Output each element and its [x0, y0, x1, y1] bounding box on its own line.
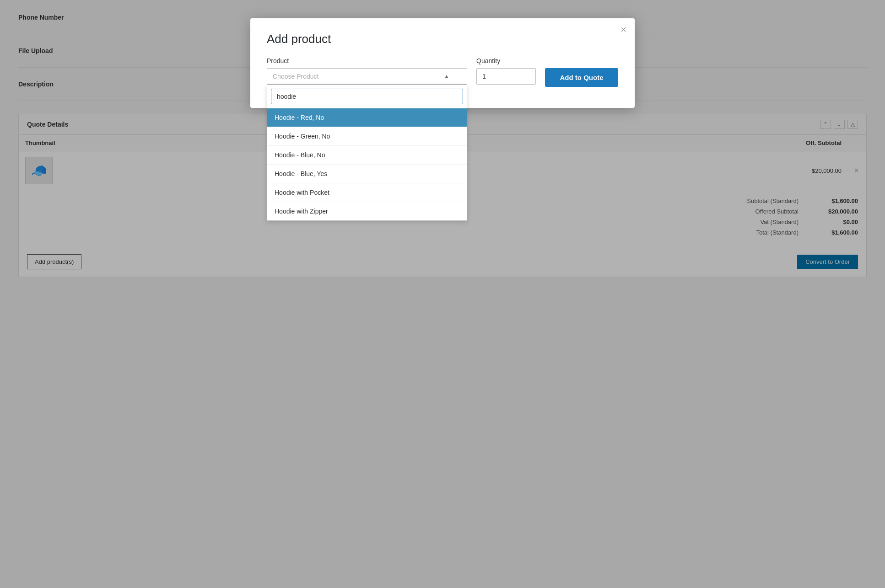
- quantity-column: Quantity: [476, 57, 536, 85]
- product-select-display[interactable]: Choose Product ▲: [267, 68, 467, 85]
- modal-close-button[interactable]: ×: [621, 25, 626, 35]
- dropdown-item-0[interactable]: Hoodie - Red, No: [267, 108, 467, 127]
- dropdown-item-4[interactable]: Hoodie with Pocket: [267, 183, 467, 202]
- product-field-label: Product: [267, 57, 467, 64]
- add-product-modal: × Add product Product Choose Product ▲: [250, 18, 635, 108]
- add-to-quote-button[interactable]: Add to Quote: [545, 68, 618, 87]
- modal-title: Add product: [267, 32, 618, 46]
- chevron-up-icon: ▲: [444, 73, 449, 80]
- modal-overlay[interactable]: × Add product Product Choose Product ▲: [0, 0, 885, 588]
- quantity-input[interactable]: [476, 68, 536, 85]
- product-placeholder: Choose Product: [273, 73, 318, 80]
- dropdown-item-3[interactable]: Hoodie - Blue, Yes: [267, 165, 467, 183]
- product-dropdown: Hoodie - Red, No Hoodie - Green, No Hood…: [267, 85, 467, 221]
- modal-form-row: Product Choose Product ▲ Hoodie - Red, N…: [267, 57, 618, 87]
- dropdown-list: Hoodie - Red, No Hoodie - Green, No Hood…: [267, 108, 467, 220]
- quantity-field-label: Quantity: [476, 57, 536, 64]
- action-column: Add to Quote: [545, 57, 618, 87]
- dropdown-item-2[interactable]: Hoodie - Blue, No: [267, 146, 467, 165]
- product-column: Product Choose Product ▲ Hoodie - Red, N…: [267, 57, 467, 85]
- dropdown-item-1[interactable]: Hoodie - Green, No: [267, 127, 467, 146]
- dropdown-item-5[interactable]: Hoodie with Zipper: [267, 202, 467, 220]
- dropdown-search-wrapper: [267, 85, 467, 108]
- product-search-input[interactable]: [271, 89, 463, 104]
- product-select-wrapper: Choose Product ▲ Hoodie - Red, No Hoodie…: [267, 68, 467, 85]
